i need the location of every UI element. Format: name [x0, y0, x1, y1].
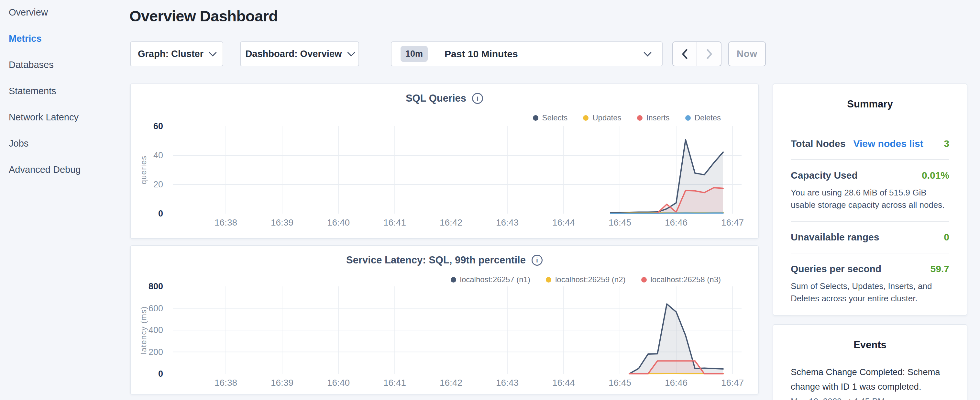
summary-row-capacity-used: Capacity Used0.01%You are using 28.6 MiB… — [791, 160, 949, 222]
dashboard-dropdown-label: Dashboard: Overview — [245, 49, 342, 59]
summary-panel: Summary Total NodesView nodes list3Capac… — [773, 83, 967, 316]
y-axis-title: queries — [139, 155, 148, 184]
x-axis-tick: 16:43 — [496, 378, 519, 388]
time-step-back-button[interactable] — [673, 42, 697, 66]
x-axis-tick: 16:46 — [665, 378, 687, 388]
summary-title: Summary — [791, 98, 949, 110]
now-button[interactable]: Now — [728, 41, 766, 66]
summary-row-label: Unavailable ranges — [791, 232, 879, 243]
y-axis-tick: 60 — [153, 121, 163, 131]
events-panel: Events Schema Change Completed: Schema c… — [773, 324, 967, 400]
summary-row-unavailable-ranges: Unavailable ranges0 — [791, 222, 949, 253]
x-axis-tick: 16:44 — [552, 217, 575, 228]
time-range-badge: 10m — [401, 46, 428, 62]
summary-row-queries-per-second: Queries per second59.7Sum of Selects, Up… — [791, 253, 949, 315]
summary-row-label: Total Nodes — [791, 138, 845, 149]
y-axis-tick: 800 — [148, 282, 163, 291]
summary-row-total-nodes: Total NodesView nodes list3 — [791, 128, 949, 160]
time-range-dropdown[interactable]: 10m Past 10 Minutes — [391, 41, 663, 66]
x-axis-tick: 16:39 — [271, 217, 293, 228]
summary-rows: Total NodesView nodes list3Capacity Used… — [791, 128, 949, 347]
x-axis-tick: 16:40 — [327, 378, 350, 388]
summary-row-label: Capacity Used — [791, 170, 858, 181]
x-axis-tick: 16:47 — [721, 217, 744, 228]
x-axis-tick: 16:41 — [383, 217, 406, 228]
view-nodes-list-link[interactable]: View nodes list — [853, 138, 923, 149]
x-axis-tick: 16:45 — [609, 217, 631, 228]
sql-queries-chart-card: SQL Queries i SelectsUpdatesInsertsDelet… — [130, 83, 759, 239]
chevron-down-icon — [644, 49, 651, 56]
chevron-down-icon — [209, 49, 216, 56]
x-axis-tick: 16:43 — [496, 217, 519, 228]
y-axis-tick: 0 — [158, 209, 163, 218]
x-axis-tick: 16:44 — [552, 378, 575, 388]
toolbar-divider — [375, 41, 375, 66]
x-axis-tick: 16:45 — [609, 378, 631, 388]
y-axis-tick: 20 — [153, 180, 163, 189]
time-step-forward-button[interactable] — [697, 42, 721, 66]
sidebar-item-statements[interactable]: Statements — [9, 86, 119, 96]
dashboard-dropdown[interactable]: Dashboard: Overview — [240, 41, 359, 66]
x-axis-tick: 16:42 — [440, 378, 462, 388]
x-axis-tick: 16:42 — [440, 217, 462, 228]
x-axis-tick: 16:47 — [721, 378, 744, 388]
y-axis-tick: 40 — [153, 150, 163, 160]
page-title: Overview Dashboard — [129, 7, 278, 25]
summary-row-description: You are using 28.6 MiB of 515.9 GiB usab… — [791, 187, 949, 211]
x-axis-tick: 16:38 — [215, 217, 237, 228]
summary-row-description: Sum of Selects, Updates, Inserts, and De… — [791, 280, 949, 304]
x-axis-tick: 16:40 — [327, 217, 350, 228]
toolbar: Graph: Cluster Dashboard: Overview 10m P… — [130, 41, 766, 66]
y-axis-tick: 400 — [148, 325, 163, 335]
time-step-buttons — [672, 41, 721, 66]
graph-dropdown-label: Graph: Cluster — [138, 49, 204, 59]
x-axis-tick: 16:38 — [215, 378, 237, 388]
event-text: Schema Change Completed: Schema change w… — [791, 365, 949, 394]
x-axis-tick: 16:46 — [665, 217, 687, 228]
x-axis-tick: 16:39 — [271, 378, 293, 388]
y-axis-tick: 0 — [158, 369, 163, 379]
summary-row-value: 0 — [944, 232, 949, 243]
sidebar-item-advanced-debug[interactable]: Advanced Debug — [9, 165, 119, 174]
chevron-right-icon — [705, 48, 713, 60]
service-latency-chart-card: Service Latency: SQL, 99th percentile i … — [130, 245, 759, 395]
sidebar-nav: OverviewMetricsDatabasesStatementsNetwor… — [9, 8, 119, 191]
y-axis-tick: 600 — [148, 304, 163, 313]
sidebar-item-databases[interactable]: Databases — [9, 60, 119, 70]
sidebar-item-overview[interactable]: Overview — [9, 8, 119, 17]
summary-row-value: 59.7 — [931, 263, 949, 274]
y-axis-title: latency (ms) — [139, 306, 148, 354]
events-title: Events — [791, 339, 949, 351]
x-axis-tick: 16:41 — [383, 378, 406, 388]
summary-row-label: Queries per second — [791, 263, 881, 274]
time-range-label: Past 10 Minutes — [445, 49, 518, 59]
service-latency-plot: 020040060080016:3816:3916:4016:4116:4216… — [131, 246, 759, 395]
sql-queries-plot: 020406016:3816:3916:4016:4116:4216:4316:… — [131, 84, 759, 239]
sidebar-item-metrics[interactable]: Metrics — [9, 33, 119, 43]
db-console-page: OverviewMetricsDatabasesStatementsNetwor… — [0, 0, 980, 400]
y-axis-tick: 200 — [148, 347, 163, 357]
chevron-left-icon — [681, 48, 689, 60]
summary-row-value: 0.01% — [922, 170, 949, 181]
sidebar-item-network-latency[interactable]: Network Latency — [9, 112, 119, 122]
summary-row-value: 3 — [944, 138, 949, 149]
sidebar-item-jobs[interactable]: Jobs — [9, 139, 119, 148]
graph-dropdown[interactable]: Graph: Cluster — [130, 41, 223, 66]
event-timestamp: May 13, 2020 at 4:45 PM — [791, 397, 949, 400]
chevron-down-icon — [347, 49, 355, 56]
